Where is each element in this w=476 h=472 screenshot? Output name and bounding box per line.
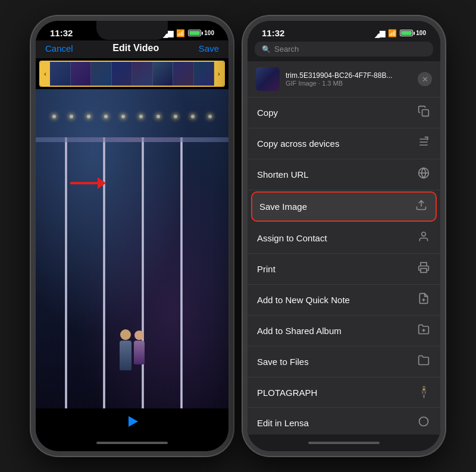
trim-bar-container[interactable]: ‹ › [36, 58, 228, 89]
svg-rect-0 [422, 110, 429, 117]
menu-list: Copy Copy across devices [248, 97, 440, 435]
svg-rect-8 [421, 269, 427, 273]
right-home-indicator[interactable] [248, 435, 440, 451]
menu-item-lensa[interactable]: Edit in Lensa [248, 408, 440, 435]
save-image-label: Save Image [259, 202, 307, 212]
trim-bar[interactable]: ‹ › [39, 61, 225, 87]
right-time: 11:32 [262, 28, 284, 38]
menu-item-save-files[interactable]: Save to Files [248, 347, 440, 377]
file-name: trim.5E319904-BC26-4F7F-88B... [286, 71, 412, 80]
copy-label: Copy [257, 108, 278, 118]
arrow-line [70, 182, 98, 184]
trim-handle-right[interactable]: › [214, 62, 224, 86]
video-area [36, 89, 228, 435]
file-info: trim.5E319904-BC26-4F7F-88B... GIF Image… [286, 71, 412, 87]
file-thumb-image [256, 67, 280, 91]
red-arrow [70, 178, 106, 188]
person-body-2 [134, 341, 145, 364]
pole-4 [180, 137, 183, 408]
copy-icon [416, 105, 431, 120]
play-icon [129, 416, 138, 427]
file-header: trim.5E319904-BC26-4F7F-88B... GIF Image… [248, 61, 440, 97]
person-head-2 [134, 331, 144, 340]
signal-icon: ▂▄▆ [158, 29, 174, 37]
save-image-icon [414, 199, 428, 214]
right-wifi-icon: 📶 [388, 29, 397, 37]
right-status-bar: 11:32 ▂▄▆ 📶 100 [248, 21, 440, 40]
play-button[interactable] [124, 413, 140, 430]
close-button[interactable]: ✕ [418, 72, 432, 86]
trim-handle-left[interactable]: ‹ [40, 62, 50, 86]
assign-contact-icon [416, 231, 431, 246]
carousel-roof [36, 137, 228, 142]
right-home-bar [308, 442, 380, 444]
right-status-icons: ▂▄▆ 📶 100 [369, 29, 426, 37]
left-phone: 11:32 ▂▄▆ 📶 100 Cancel Edit Video Save [31, 16, 233, 456]
menu-item-save-image[interactable]: Save Image [251, 191, 437, 222]
wifi-icon: 📶 [176, 29, 185, 37]
left-status-bar: 11:32 ▂▄▆ 📶 100 [36, 21, 228, 40]
quick-note-label: Add to New Quick Note [257, 295, 350, 305]
search-icon: 🔍 [262, 45, 271, 54]
file-thumbnail [256, 67, 280, 91]
copy-across-icon [416, 136, 431, 151]
home-bar [96, 442, 168, 444]
menu-item-plotagraph[interactable]: PLOTAGRAPH 🕴 [248, 377, 440, 408]
video-preview [36, 89, 228, 408]
plotagraph-label: PLOTAGRAPH [257, 388, 317, 398]
video-controls [36, 408, 228, 435]
person-head-1 [120, 329, 131, 340]
menu-item-shared-album[interactable]: Add to Shared Album [248, 316, 440, 347]
print-label: Print [257, 264, 275, 274]
menu-item-shorten[interactable]: Shorten URL [248, 159, 440, 190]
shorten-label: Shorten URL [257, 169, 309, 180]
edit-video-nav: Cancel Edit Video Save [36, 40, 228, 58]
lensa-label: Edit in Lensa [257, 418, 309, 428]
save-button[interactable]: Save [199, 43, 219, 54]
search-bar-area: 🔍 Search [248, 40, 440, 61]
svg-point-13 [419, 417, 428, 426]
person-body-1 [120, 341, 131, 370]
plotagraph-icon: 🕴 [416, 385, 431, 399]
save-files-icon [416, 354, 431, 369]
battery-icon [188, 30, 201, 36]
nav-title: Edit Video [112, 43, 159, 54]
main-container: 11:32 ▂▄▆ 📶 100 Cancel Edit Video Save [0, 0, 476, 472]
print-icon [416, 262, 431, 276]
cancel-button[interactable]: Cancel [45, 43, 73, 54]
right-battery-label: 100 [416, 30, 426, 36]
carousel-lights [45, 115, 219, 118]
quick-note-icon [416, 292, 431, 307]
copy-across-label: Copy across devices [257, 139, 339, 149]
home-indicator[interactable] [36, 435, 228, 451]
right-signal-icon: ▂▄▆ [369, 29, 386, 37]
left-status-icons: ▂▄▆ 📶 100 [158, 29, 214, 37]
shorten-icon [416, 167, 431, 182]
shared-album-icon [416, 323, 431, 338]
lensa-icon [416, 416, 431, 430]
menu-item-copy-across[interactable]: Copy across devices [248, 128, 440, 159]
right-phone: 11:32 ▂▄▆ 📶 100 🔍 Search [243, 16, 445, 456]
svg-point-7 [422, 232, 426, 237]
menu-item-quick-note[interactable]: Add to New Quick Note [248, 285, 440, 316]
menu-item-print[interactable]: Print [248, 254, 440, 285]
battery-label: 100 [204, 30, 214, 36]
pole-1 [65, 137, 67, 408]
people-area [120, 329, 145, 370]
menu-item-copy[interactable]: Copy [248, 97, 440, 128]
trim-frames [50, 62, 214, 86]
right-battery-icon [400, 30, 413, 36]
arrow-head [98, 177, 106, 189]
menu-item-assign-contact[interactable]: Assign to Contact [248, 223, 440, 254]
left-time: 11:32 [50, 28, 73, 38]
search-label: Search [274, 45, 299, 54]
search-bar[interactable]: 🔍 Search [255, 42, 433, 56]
file-size: GIF Image · 1.3 MB [286, 80, 412, 87]
save-files-label: Save to Files [257, 357, 309, 367]
assign-contact-label: Assign to Contact [257, 233, 327, 243]
shared-album-label: Add to Shared Album [257, 326, 342, 336]
